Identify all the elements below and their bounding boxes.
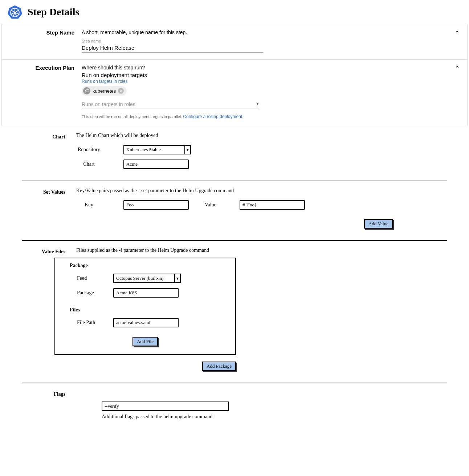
roles-link[interactable]: Runs on targets in roles — [82, 79, 460, 84]
chart-name-label: Chart — [62, 161, 123, 167]
set-values-section: Set Values Key/Value pairs passed as the… — [22, 181, 447, 232]
execution-plan-mode: Run on deployment targets — [82, 72, 460, 78]
roles-select[interactable]: Runs on targets in roles ▼ — [82, 99, 260, 109]
value-files-label: Value Files — [22, 247, 76, 255]
key-label: Key — [62, 202, 123, 208]
collapse-icon[interactable]: ⌃ — [454, 29, 460, 37]
value-input[interactable] — [240, 200, 305, 210]
execution-plan-panel: ⌃ Execution Plan Where should this step … — [1, 60, 468, 126]
tag-icon: 🏷 — [83, 87, 90, 94]
role-chip-label: kubernetes — [93, 88, 116, 94]
repository-input[interactable] — [123, 145, 184, 154]
package-heading: Package — [70, 263, 232, 269]
file-path-input[interactable] — [113, 318, 179, 327]
chart-section: Chart The Helm Chart which will be deplo… — [22, 126, 447, 173]
flags-input[interactable] — [102, 402, 229, 411]
flags-section: Flags Additional flags passed to the hel… — [22, 383, 447, 423]
rolling-deployment-link[interactable]: Configure a rolling deployment. — [183, 114, 243, 119]
flags-desc: Additional flags passed to the helm upgr… — [102, 414, 447, 420]
value-label: Value — [189, 202, 240, 208]
key-input[interactable] — [123, 200, 189, 210]
add-package-button[interactable]: Add Package — [202, 362, 236, 371]
flags-label: Flags — [22, 390, 76, 397]
step-name-hint: A short, memorable, unique name for this… — [82, 29, 460, 35]
files-heading: Files — [70, 307, 232, 313]
chart-label: Chart — [22, 133, 76, 140]
chevron-down-icon: ▼ — [256, 101, 260, 107]
value-files-section: Value Files Files supplied as the -f par… — [22, 241, 447, 375]
package-input[interactable] — [113, 288, 179, 298]
feed-input[interactable] — [113, 274, 174, 283]
remove-chip-icon[interactable]: ✕ — [118, 88, 124, 94]
step-name-label: Step Name — [9, 29, 82, 53]
add-file-button[interactable]: Add File — [132, 337, 158, 346]
step-name-panel: ⌃ Step Name A short, memorable, unique n… — [1, 24, 468, 60]
step-name-field-label: Step name — [82, 39, 460, 43]
chevron-down-icon[interactable]: ▼ — [184, 145, 191, 154]
repository-label: Repository — [62, 147, 123, 153]
role-chip: 🏷 kubernetes ✕ — [82, 86, 127, 96]
chart-name-input[interactable] — [123, 160, 189, 169]
page-header: Step Details — [0, 0, 469, 24]
feed-label: Feed — [59, 275, 113, 281]
repository-select[interactable]: ▼ — [123, 145, 191, 154]
roles-select-placeholder: Runs on targets in roles — [82, 101, 135, 107]
execution-plan-question: Where should this step run? — [82, 65, 460, 70]
collapse-icon[interactable]: ⌃ — [454, 65, 460, 73]
set-values-desc: Key/Value pairs passed as the --set para… — [76, 188, 447, 194]
add-value-button[interactable]: Add Value — [364, 219, 393, 229]
parallel-hint: This step will be run on all deployment … — [82, 114, 460, 119]
value-files-desc: Files supplied as the -f parameter to th… — [76, 247, 447, 253]
package-box: Package Feed ▼ Package Files File Path A… — [54, 258, 236, 355]
page-title: Step Details — [28, 6, 79, 18]
kubernetes-icon — [7, 4, 23, 20]
package-label: Package — [59, 290, 113, 296]
feed-select[interactable]: ▼ — [113, 274, 181, 283]
chart-desc: The Helm Chart which will be deployed — [76, 133, 447, 138]
set-values-label: Set Values — [22, 188, 76, 195]
parallel-text: This step will be run on all deployment … — [82, 114, 183, 119]
step-name-input[interactable] — [82, 43, 263, 53]
file-path-label: File Path — [59, 320, 113, 326]
execution-plan-label: Execution Plan — [9, 65, 82, 119]
chevron-down-icon[interactable]: ▼ — [174, 274, 181, 283]
